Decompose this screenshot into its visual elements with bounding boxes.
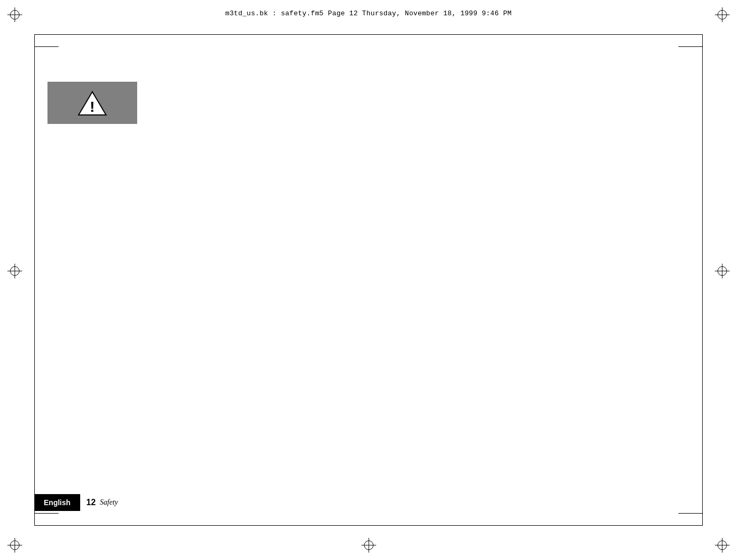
page-section: Safety: [100, 498, 118, 507]
border-right: [702, 34, 703, 526]
reg-mark-mid-right: [715, 264, 730, 278]
reg-mark-bot-right: [715, 538, 730, 553]
svg-text:!: !: [90, 99, 94, 115]
warning-triangle-icon: !: [78, 90, 107, 116]
border-bottom: [34, 525, 703, 526]
reg-mark-bot-left: [7, 538, 22, 553]
warning-box: !: [47, 82, 137, 124]
rule-bot-left: [34, 513, 59, 514]
reg-mark-bot-mid: [361, 538, 376, 553]
rule-top-right: [678, 46, 703, 47]
language-badge: English: [34, 494, 80, 511]
rule-bot-right: [678, 513, 703, 514]
header-text: m3td_us.bk : safety.fm5 Page 12 Thursday…: [0, 9, 737, 17]
reg-mark-mid-left: [7, 264, 22, 278]
rule-top-left: [34, 46, 59, 47]
page-number-area: 12 Safety: [87, 498, 118, 507]
border-left: [34, 34, 35, 526]
footer-area: English 12 Safety: [34, 493, 703, 513]
border-top: [34, 34, 703, 35]
page-number: 12: [87, 498, 96, 507]
